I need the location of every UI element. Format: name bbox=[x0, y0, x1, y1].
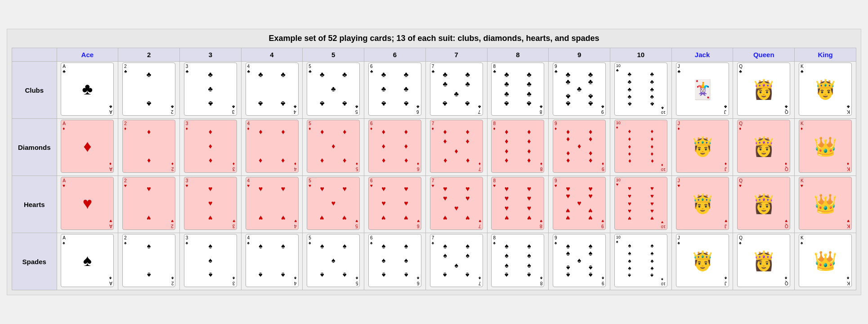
diamonds-10-pips: ♦♦ ♦♦ ♦♦ ♦♦ ♦♦ bbox=[618, 128, 663, 164]
diamonds-7-pips: ♦♦ ♦♦ ♦ ♦♦ bbox=[434, 128, 479, 164]
spades-5-br: 5♠ bbox=[356, 276, 358, 286]
diamonds-5-cell: 5♦ 5♦ ♦♦ ♦ ♦♦ bbox=[303, 119, 364, 176]
header-king: King bbox=[795, 48, 856, 62]
hearts-4-cell: 4♥ 4♥ ♥♥ ♥♥ bbox=[241, 176, 303, 233]
spades-6-cell: 6♠ 6♠ ♠♠ ♠♠ ♠♠ bbox=[364, 233, 426, 290]
diamonds-4-cell: 4♦ 4♦ ♦♦ ♦♦ bbox=[241, 119, 303, 176]
diamonds-6-br: 6♦ bbox=[417, 162, 420, 171]
hearts-7-pips: ♥♥ ♥♥ ♥ ♥♥ bbox=[434, 185, 479, 221]
hearts-4-card: 4♥ 4♥ ♥♥ ♥♥ bbox=[246, 177, 299, 230]
hearts-king-card: K♥ K♥ 👑 bbox=[799, 177, 852, 230]
diamonds-queen-face: 👸 bbox=[741, 128, 786, 164]
hearts-queen-cell: Q♥ Q♥ 👸 bbox=[733, 176, 795, 233]
hearts-6-card: 6♥ 6♥ ♥♥ ♥♥ ♥♥ bbox=[368, 177, 421, 230]
diamonds-label: Diamonds bbox=[12, 119, 57, 176]
spades-jack-card: J♠ J♠ 🤴 bbox=[676, 234, 729, 287]
clubs-10-cell: 10♣ 10♣ ♣♣ ♣♣ ♣♣ ♣♣ ♣♣ bbox=[610, 62, 671, 119]
clubs-ace-card: A♣ A♣ ♣ bbox=[61, 63, 114, 116]
spades-6-br: 6♠ bbox=[417, 276, 420, 286]
cards-table: Ace 2 3 4 5 6 7 8 9 10 Jack Queen King C… bbox=[12, 48, 856, 290]
hearts-2-cell: 2♥ 2♥ ♥ ♥ bbox=[118, 176, 180, 233]
hearts-10-card: 10♥ 10♥ ♥♥ ♥♥ ♥♥ ♥♥ ♥♥ bbox=[614, 177, 667, 230]
hearts-ace-symbol: ♥ bbox=[83, 195, 92, 212]
diamonds-10-card: 10♦ 10♦ ♦♦ ♦♦ ♦♦ ♦♦ ♦♦ bbox=[614, 120, 667, 173]
spades-3-card: 3♠ 3♠ ♠ ♠ ♠ bbox=[184, 234, 237, 287]
clubs-3-cell: 3♣ 3♣ ♣ ♣ ♣ bbox=[179, 62, 241, 119]
hearts-queen-card: Q♥ Q♥ 👸 bbox=[737, 177, 790, 230]
diamonds-7-cell: 7♦ 7♦ ♦♦ ♦♦ ♦ ♦♦ bbox=[425, 119, 487, 176]
hearts-7-cell: 7♥ 7♥ ♥♥ ♥♥ ♥ ♥♥ bbox=[425, 176, 487, 233]
spades-queen-cell: Q♠ Q♠ 👸 bbox=[733, 233, 795, 290]
diamonds-3-pips: ♦ ♦ ♦ bbox=[188, 128, 233, 164]
diamonds-2-pips: ♦ ♦ bbox=[126, 128, 171, 164]
diamonds-ace-symbol: ♦ bbox=[83, 138, 91, 154]
header-empty bbox=[12, 48, 57, 62]
spades-5-cell: 5♠ 5♠ ♠♠ ♠ ♠♠ bbox=[303, 233, 364, 290]
diamonds-ace-cell: A♦ A♦ ♦ bbox=[57, 119, 118, 176]
hearts-jack-cell: J♥ J♥ 🤴 bbox=[671, 176, 733, 233]
spades-king-card: K♠ K♠ 👑 bbox=[799, 234, 852, 287]
clubs-4-card: 4♣ 4♣ ♣♣ ♣♣ bbox=[246, 63, 299, 116]
clubs-8-pips: ♣♣ ♣♣ ♣♣ ♣♣ bbox=[495, 71, 540, 107]
diamonds-8-cell: 8♦ 8♦ ♦♦ ♦♦ ♦♦ ♦♦ bbox=[487, 119, 549, 176]
clubs-10-pips: ♣♣ ♣♣ ♣♣ ♣♣ ♣♣ bbox=[618, 71, 663, 107]
spades-8-pips: ♠♠ ♠♠ ♠♠ ♠♠ bbox=[495, 243, 540, 279]
clubs-5-pips: ♣♣ ♣ ♣♣ bbox=[311, 71, 356, 107]
clubs-king-card: K♣ K♣ 🤴 bbox=[799, 63, 852, 116]
hearts-jack-card: J♥ J♥ 🤴 bbox=[676, 177, 729, 230]
diamonds-king-face: 👑 bbox=[803, 128, 848, 164]
clubs-2-card: 2♣ 2♣ ♣ ♣ bbox=[122, 63, 175, 116]
diamonds-jack-br: J♦ bbox=[725, 162, 727, 171]
hearts-9-cell: 9♥ 9♥ ♥♥ ♥♥ ♥ ♥♥ ♥♥ bbox=[549, 176, 610, 233]
clubs-jack-face: 🃏 bbox=[680, 71, 725, 107]
hearts-9-card: 9♥ 9♥ ♥♥ ♥♥ ♥ ♥♥ ♥♥ bbox=[553, 177, 606, 230]
diamonds-8-pips: ♦♦ ♦♦ ♦♦ ♦♦ bbox=[495, 128, 540, 164]
hearts-ace-tl: A♥ bbox=[63, 178, 66, 188]
spades-8-br: 8♠ bbox=[540, 276, 543, 286]
header-4: 4 bbox=[241, 48, 303, 62]
spades-jack-face: 🤴 bbox=[680, 243, 725, 279]
clubs-king-cell: K♣ K♣ 🤴 bbox=[795, 62, 856, 119]
clubs-2-cell: 2♣ 2♣ ♣ ♣ bbox=[118, 62, 180, 119]
diamonds-8-br: 8♦ bbox=[540, 162, 543, 171]
spades-4-cell: 4♠ 4♠ ♠♠ ♠♠ bbox=[241, 233, 303, 290]
clubs-9-cell: 9♣ 9♣ ♣♣ ♣♣ ♣ ♣♣ ♣♣ bbox=[549, 62, 610, 119]
spades-jack-cell: J♠ J♠ 🤴 bbox=[671, 233, 733, 290]
spades-3-br: 3♠ bbox=[233, 276, 235, 286]
hearts-ace-card: A♥ A♥ ♥ bbox=[61, 177, 114, 230]
spades-7-pips: ♠♠ ♠♠ ♠ ♠♠ bbox=[434, 243, 479, 279]
header-3: 3 bbox=[179, 48, 241, 62]
spades-ace-card: A♠ A♠ ♠ bbox=[61, 234, 114, 287]
clubs-9-pips: ♣♣ ♣♣ ♣ ♣♣ ♣♣ bbox=[557, 71, 602, 107]
diamonds-ace-card: A♦ A♦ ♦ bbox=[61, 120, 114, 173]
diamonds-5-pips: ♦♦ ♦ ♦♦ bbox=[311, 128, 356, 164]
spades-4-card: 4♠ 4♠ ♠♠ ♠♠ bbox=[246, 234, 299, 287]
diamonds-jack-face: 🤴 bbox=[680, 128, 725, 164]
hearts-king-face: 👑 bbox=[803, 185, 848, 221]
spades-7-br: 7♠ bbox=[479, 276, 481, 286]
spades-7-cell: 7♠ 7♠ ♠♠ ♠♠ ♠ ♠♠ bbox=[425, 233, 487, 290]
spades-queen-face: 👸 bbox=[741, 243, 786, 279]
diamonds-2-br: 2♦ bbox=[171, 162, 174, 171]
spades-king-face: 👑 bbox=[803, 243, 848, 279]
spades-queen-card: Q♠ Q♠ 👸 bbox=[737, 234, 790, 287]
diamonds-ace-br: A♦ bbox=[109, 162, 112, 171]
spades-9-card: 9♠ 9♠ ♠♠ ♠♠ ♠ ♠♠ ♠♠ bbox=[553, 234, 606, 287]
diamonds-9-card: 9♦ 9♦ ♦♦ ♦♦ ♦ ♦♦ ♦♦ bbox=[553, 120, 606, 173]
spades-9-cell: 9♠ 9♠ ♠♠ ♠♠ ♠ ♠♠ ♠♠ bbox=[549, 233, 610, 290]
header-8: 8 bbox=[487, 48, 549, 62]
hearts-5-card: 5♥ 5♥ ♥♥ ♥ ♥♥ bbox=[307, 177, 360, 230]
diamonds-king-cell: K♦ K♦ 👑 bbox=[795, 119, 856, 176]
diamonds-ace-tl: A♦ bbox=[63, 121, 66, 131]
spades-4-pips: ♠♠ ♠♠ bbox=[250, 243, 295, 279]
clubs-6-pips: ♣♣ ♣♣ ♣♣ bbox=[372, 71, 417, 107]
header-10: 10 bbox=[610, 48, 671, 62]
diamonds-queen-cell: Q♦ Q♦ 👸 bbox=[733, 119, 795, 176]
spades-3-pips: ♠ ♠ ♠ bbox=[188, 243, 233, 279]
hearts-row: Hearts A♥ A♥ ♥ 2♥ 2♥ ♥ bbox=[12, 176, 856, 233]
diamonds-3-cell: 3♦ 3♦ ♦ ♦ ♦ bbox=[179, 119, 241, 176]
diamonds-jack-cell: J♦ J♦ 🤴 bbox=[671, 119, 733, 176]
clubs-4-pips: ♣♣ ♣♣ bbox=[250, 71, 295, 107]
page-title: Example set of 52 playing cards; 13 of e… bbox=[12, 34, 856, 43]
clubs-ace-center: ♣ bbox=[82, 81, 93, 97]
